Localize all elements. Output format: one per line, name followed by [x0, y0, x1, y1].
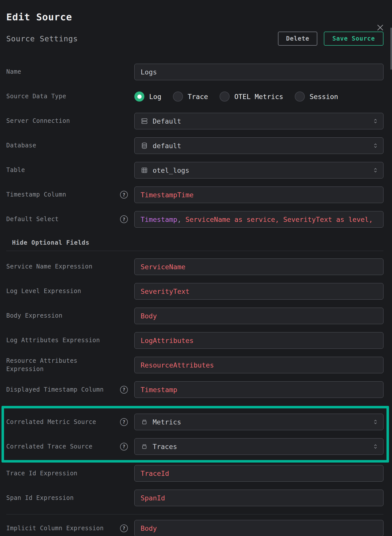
highlight-annotation: Correlated Metric Source ? Metrics	[2, 406, 389, 463]
sql-rest: ServiceName as service, SeverityText as …	[181, 216, 373, 223]
field-trace-id-expression: Trace Id Expression TraceId	[6, 465, 383, 482]
source-settings-form: Name Logs Source Data Type Log Trace	[6, 64, 383, 536]
span-id-expression-value: SpanId	[141, 494, 165, 502]
timestamp-column-input[interactable]: TimestampTime	[134, 187, 383, 203]
help-icon[interactable]: ?	[120, 524, 128, 532]
trace-id-expression-input[interactable]: TraceId	[134, 465, 383, 482]
delete-button[interactable]: Delete	[278, 32, 317, 46]
server-connection-value: Default	[153, 117, 181, 125]
radio-circle-icon	[220, 92, 230, 102]
service-name-expression-value: ServiceName	[141, 263, 185, 271]
field-service-name-expression: Service Name Expression ServiceName	[6, 258, 383, 275]
field-log-level-expression: Log Level Expression SeverityText	[6, 283, 383, 300]
correlated-metric-source-value: Metrics	[153, 418, 181, 426]
chevron-updown-icon	[372, 117, 379, 125]
close-button[interactable]	[375, 23, 385, 33]
field-correlated-trace-source: Correlated Trace Source ? Traces	[6, 438, 383, 455]
correlated-trace-source-label: Correlated Trace Source	[6, 442, 92, 451]
service-name-expression-label: Service Name Expression	[6, 262, 92, 271]
modal-title: Edit Source	[6, 12, 383, 23]
source-box-icon	[141, 418, 148, 426]
name-label: Name	[6, 68, 21, 76]
name-input[interactable]: Logs	[134, 64, 383, 80]
default-select-input[interactable]: Timestamp, ServiceName as service, Sever…	[134, 211, 383, 228]
server-connection-select[interactable]: Default	[134, 113, 383, 129]
correlated-metric-source-select[interactable]: Metrics	[134, 414, 383, 430]
field-correlated-metric-source: Correlated Metric Source ? Metrics	[6, 414, 383, 430]
trace-id-expression-label: Trace Id Expression	[6, 469, 77, 478]
divider	[6, 514, 383, 514]
log-level-expression-value: SeverityText	[141, 288, 189, 295]
source-data-type-radio-group: Log Trace OTEL Metrics Session	[134, 88, 383, 105]
optional-fields-section: Hide Optional Fields	[6, 239, 383, 251]
chevron-updown-icon	[372, 142, 379, 149]
body-expression-input[interactable]: Body	[134, 308, 383, 324]
database-label: Database	[6, 141, 36, 150]
radio-log[interactable]: Log	[134, 92, 161, 102]
resource-attributes-expression-input[interactable]: ResourceAttributes	[134, 357, 383, 373]
sql-keyword: Timestamp	[141, 216, 177, 223]
field-body-expression: Body Expression Body	[6, 308, 383, 324]
database-select[interactable]: default	[134, 137, 383, 154]
field-database: Database default	[6, 137, 383, 154]
sql-punct: ,	[177, 216, 181, 223]
correlated-trace-source-value: Traces	[153, 443, 177, 451]
log-level-expression-label: Log Level Expression	[6, 287, 81, 295]
table-icon	[141, 166, 148, 174]
body-expression-value: Body	[141, 312, 157, 320]
default-select-label: Default Select	[6, 215, 59, 223]
help-icon[interactable]: ?	[120, 418, 128, 426]
service-name-expression-input[interactable]: ServiceName	[134, 258, 383, 275]
trace-id-expression-value: TraceId	[141, 470, 169, 477]
table-value: otel_logs	[153, 166, 189, 174]
correlated-trace-source-select[interactable]: Traces	[134, 438, 383, 455]
table-select[interactable]: otel_logs	[134, 162, 383, 178]
log-level-expression-input[interactable]: SeverityText	[134, 283, 383, 300]
radio-circle-icon	[295, 92, 305, 102]
divider	[6, 251, 383, 251]
section-title: Source Settings	[6, 34, 78, 43]
server-icon	[141, 117, 148, 125]
radio-session[interactable]: Session	[295, 92, 338, 102]
displayed-timestamp-column-input[interactable]: Timestamp	[134, 381, 383, 398]
help-icon[interactable]: ?	[120, 215, 128, 223]
settings-header: Source Settings Delete Save Source	[6, 32, 383, 46]
close-icon	[376, 23, 384, 32]
help-icon[interactable]: ?	[120, 191, 128, 199]
resource-attributes-expression-label: Resource Attributes Expression	[6, 357, 107, 373]
chevron-updown-icon	[372, 418, 379, 426]
header-actions: Delete Save Source	[278, 32, 383, 46]
correlated-metric-source-label: Correlated Metric Source	[6, 418, 96, 426]
implicit-column-expression-value: Body	[141, 524, 157, 532]
implicit-column-expression-input[interactable]: Body	[134, 520, 383, 536]
span-id-expression-input[interactable]: SpanId	[134, 490, 383, 506]
server-connection-label: Server Connection	[6, 117, 70, 125]
log-attributes-expression-label: Log Attributes Expression	[6, 336, 100, 344]
field-default-select: Default Select ? Timestamp, ServiceName …	[6, 211, 383, 228]
database-value: default	[153, 142, 181, 150]
field-name: Name Logs	[6, 64, 383, 80]
span-id-expression-label: Span Id Expression	[6, 494, 74, 502]
radio-trace[interactable]: Trace	[173, 92, 208, 102]
chevron-updown-icon	[372, 166, 379, 174]
edit-source-modal: Edit Source Source Settings Delete Save …	[0, 12, 392, 536]
help-icon[interactable]: ?	[120, 443, 128, 451]
log-attributes-expression-input[interactable]: LogAttributes	[134, 332, 383, 349]
scrollbar-thumb[interactable]	[390, 28, 392, 70]
timestamp-column-label: Timestamp Column	[6, 191, 66, 199]
radio-otel-metrics[interactable]: OTEL Metrics	[220, 92, 283, 102]
displayed-timestamp-column-label: Displayed Timestamp Column	[6, 386, 104, 394]
chevron-updown-icon	[372, 443, 379, 450]
field-implicit-column-expression: Implicit Column Expression ? Body	[6, 520, 383, 536]
resource-attributes-expression-value: ResourceAttributes	[141, 361, 214, 369]
field-source-data-type: Source Data Type Log Trace OTEL Metrics	[6, 88, 383, 105]
help-icon[interactable]: ?	[120, 386, 128, 394]
field-timestamp-column: Timestamp Column ? TimestampTime	[6, 187, 383, 203]
name-value: Logs	[141, 68, 157, 76]
hide-optional-fields-toggle[interactable]: Hide Optional Fields	[12, 239, 89, 246]
table-label: Table	[6, 166, 25, 174]
displayed-timestamp-column-value: Timestamp	[141, 386, 177, 394]
field-resource-attributes-expression: Resource Attributes Expression ResourceA…	[6, 357, 383, 373]
save-source-button[interactable]: Save Source	[324, 32, 383, 46]
source-data-type-label: Source Data Type	[6, 92, 66, 101]
